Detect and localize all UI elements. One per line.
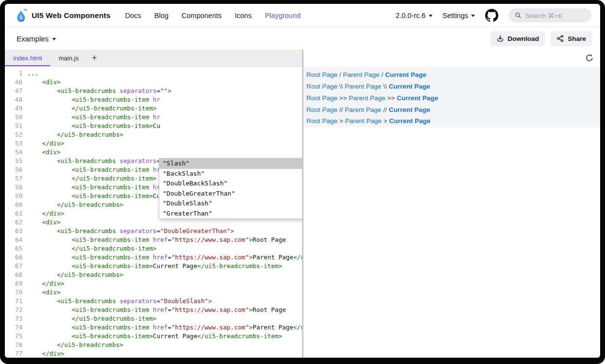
autocomplete-item[interactable]: "BackSlash" <box>159 169 302 179</box>
code-line: 48 <ui5-breadcrumbs-item hr <box>5 95 302 104</box>
github-icon[interactable] <box>485 9 498 22</box>
line-number: 70 <box>5 288 22 297</box>
top-navigation: UI5 Web Components DocsBlogComponentsIco… <box>5 4 600 27</box>
line-number: 69 <box>5 279 22 288</box>
nav-links: DocsBlogComponentsIconsPlayground <box>125 12 301 19</box>
code-line: 51 <ui5-breadcrumbs-item>Cu <box>5 122 302 130</box>
breadcrumb-link-root[interactable]: Root Page <box>306 117 338 125</box>
code-line: 47 <ui5-breadcrumbs separators=""> <box>5 87 302 95</box>
breadcrumb-link-parent[interactable]: Parent Page <box>343 71 379 78</box>
refresh-icon[interactable] <box>585 54 594 62</box>
version-label: 2.0.0-rc.6 <box>396 12 425 19</box>
nav-link-icons[interactable]: Icons <box>235 12 252 19</box>
editor-tabbar: index.htmlmain.js+ <box>5 50 302 67</box>
line-number: 54 <box>5 148 22 157</box>
code-line: 63 <ui5-breadcrumbs separators="DoubleGr… <box>5 227 302 236</box>
autocomplete-item[interactable]: "DoubleBackSlash" <box>159 179 302 189</box>
line-number: 68 <box>5 271 22 279</box>
nav-right: 2.0.0-rc.6 Settings Search ⌘+K <box>396 8 591 22</box>
breadcrumb-current-page: Current Page <box>389 83 430 90</box>
autocomplete-item[interactable]: "DoubleGreaterThan" <box>159 189 302 199</box>
breadcrumb-separator: >> <box>385 94 397 102</box>
line-number: 56 <box>5 165 22 174</box>
line-number: 63 <box>5 227 22 236</box>
line-number: 57 <box>5 174 22 183</box>
search-placeholder: Search ⌘+K <box>525 12 563 19</box>
code-line: 66 <ui5-breadcrumbs-item href="https://w… <box>5 253 302 262</box>
share-button[interactable]: Share <box>550 31 592 46</box>
breadcrumb-separator: // <box>338 106 345 113</box>
breadcrumb-link-parent[interactable]: Parent Page <box>345 117 381 125</box>
code-line: 53 </div> <box>5 139 302 148</box>
line-number: 71 <box>5 297 22 306</box>
line-number: 1 <box>5 69 22 78</box>
autocomplete-item[interactable]: "GreaterThan" <box>159 209 302 219</box>
code-line: 75 <ui5-breadcrumbs-item>Current Page</u… <box>5 332 302 341</box>
code-line: 50 <ui5-breadcrumbs-item hr <box>5 113 302 122</box>
autocomplete-dropdown: "Slash""BackSlash""DoubleBackSlash""Doub… <box>159 158 302 219</box>
autocomplete-item[interactable]: "DoubleSlash" <box>159 199 302 209</box>
breadcrumb-separator: \\ <box>338 83 345 90</box>
breadcrumb-separator: // <box>381 106 389 113</box>
breadcrumb-row: Root Page \\ Parent Page \\ Current Page <box>306 81 600 92</box>
breadcrumb-link-root[interactable]: Root Page <box>306 71 338 78</box>
line-number: 77 <box>5 349 22 358</box>
breadcrumb-link-root[interactable]: Root Page <box>306 94 338 102</box>
line-number: 49 <box>5 104 22 113</box>
line-number: 47 <box>5 87 22 95</box>
chevron-down-icon <box>429 15 433 17</box>
code-line: 70 <div> <box>5 288 302 297</box>
version-menu[interactable]: 2.0.0-rc.6 <box>396 12 432 19</box>
breadcrumb-current-page: Current Page <box>389 106 430 113</box>
settings-menu[interactable]: Settings <box>443 12 475 19</box>
line-number: 75 <box>5 332 22 341</box>
search-input[interactable]: Search ⌘+K <box>509 8 591 22</box>
line-number: 48 <box>5 95 22 104</box>
autocomplete-item[interactable]: "Slash" <box>159 159 302 169</box>
code-line: 77 </div> <box>5 349 302 358</box>
code-editor[interactable]: 1...46 <div>47 <ui5-breadcrumbs separato… <box>5 67 302 358</box>
line-number: 62 <box>5 218 22 227</box>
code-line: 73 </ui5-breadcrumbs-item> <box>5 314 302 323</box>
line-number: 59 <box>5 192 22 200</box>
nav-link-blog[interactable]: Blog <box>154 12 169 19</box>
examples-menu[interactable]: Examples <box>17 35 56 43</box>
share-label: Share <box>567 35 586 42</box>
breadcrumb-row: Root Page >> Parent Page >> Current Page <box>306 92 600 104</box>
examples-toolbar: Examples Download <box>5 27 600 50</box>
add-tab-button[interactable]: + <box>87 50 102 66</box>
breadcrumb-link-parent[interactable]: Parent Page <box>345 106 381 113</box>
breadcrumb-link-parent[interactable]: Parent Page <box>345 83 381 90</box>
chevron-down-icon <box>471 15 475 17</box>
editor-panel: index.htmlmain.js+ 1...46 <div>47 <ui5-b… <box>5 50 302 358</box>
code-line: 72 <ui5-breadcrumbs-item href="https://w… <box>5 306 302 314</box>
main-content: index.htmlmain.js+ 1...46 <div>47 <ui5-b… <box>5 50 600 358</box>
line-number: 51 <box>5 122 22 130</box>
line-number: 55 <box>5 157 22 165</box>
breadcrumb-link-parent[interactable]: Parent Page <box>349 94 385 102</box>
breadcrumb-row: Root Page // Parent Page // Current Page <box>306 104 600 115</box>
line-number: 60 <box>5 200 22 209</box>
code-line: 54 <div> <box>5 148 302 157</box>
breadcrumb-current-page: Current Page <box>389 117 431 125</box>
code-line: 46 <div> <box>5 78 302 87</box>
brand[interactable]: UI5 Web Components <box>16 9 111 22</box>
line-number: 72 <box>5 306 22 314</box>
line-number: 67 <box>5 262 22 271</box>
line-number: 66 <box>5 253 22 262</box>
tab-index.html[interactable]: index.html <box>5 50 50 66</box>
nav-link-docs[interactable]: Docs <box>125 12 141 19</box>
screenshot-canvas: UI5 Web Components DocsBlogComponentsIco… <box>0 0 605 364</box>
nav-link-playground[interactable]: Playground <box>265 12 301 19</box>
breadcrumb-link-root[interactable]: Root Page <box>306 106 338 113</box>
breadcrumb-link-root[interactable]: Root Page <box>306 83 338 90</box>
settings-label: Settings <box>443 12 468 19</box>
tab-main.js[interactable]: main.js <box>50 50 87 66</box>
line-number: 65 <box>5 244 22 253</box>
breadcrumb-separator: > <box>338 117 345 125</box>
nav-link-components[interactable]: Components <box>182 12 222 19</box>
code-line: 65 </ui5-breadcrumbs-item> <box>5 244 302 253</box>
download-icon <box>496 35 504 42</box>
breadcrumb-separator: / <box>338 71 343 78</box>
download-button[interactable]: Download <box>490 31 546 46</box>
